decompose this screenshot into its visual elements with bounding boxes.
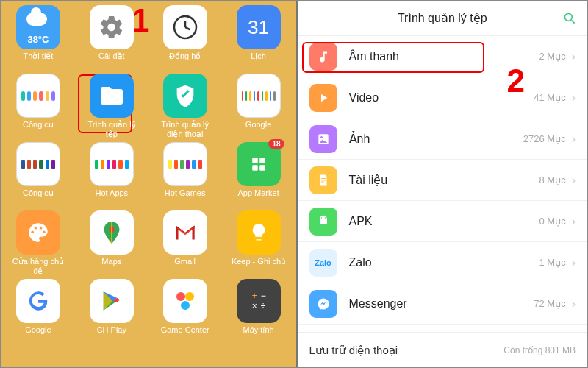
gmail-icon (163, 210, 207, 255)
app-file-manager[interactable]: Trình quản lý tệp (82, 74, 142, 139)
google-icon (16, 279, 60, 323)
app-tools-folder[interactable]: Công cụ (8, 74, 68, 139)
category-apk[interactable]: APK 0 Mục › (298, 201, 588, 242)
app-calculator[interactable]: +−×÷ Máy tính (229, 279, 289, 344)
audio-icon (309, 43, 337, 71)
app-label: Lịch (251, 52, 266, 71)
app-chplay[interactable]: CH Play (82, 279, 142, 344)
play-store-icon (90, 279, 134, 323)
app-keep[interactable]: Keep - Ghi chú (229, 210, 289, 276)
messenger-icon (309, 290, 337, 318)
calculator-icon: +−×÷ (237, 279, 281, 323)
svg-point-22 (320, 136, 323, 138)
svg-point-13 (185, 292, 194, 301)
category-name: Messenger (349, 297, 534, 311)
svg-point-10 (43, 230, 46, 233)
category-name: Âm thanh (349, 50, 539, 63)
app-label: App Market (237, 188, 279, 208)
chevron-right-icon: › (572, 215, 576, 228)
app-theme-store[interactable]: Cửa hàng chủ đề (8, 210, 68, 276)
folder-icon (163, 142, 207, 186)
svg-rect-23 (321, 178, 326, 179)
app-label: Google (25, 325, 51, 344)
keep-icon (237, 210, 281, 255)
gamecenter-icon (163, 279, 207, 323)
category-count: 2 Mục (539, 51, 566, 62)
document-icon (309, 166, 337, 194)
category-count: 8 Mục (539, 174, 566, 185)
chevron-right-icon: › (572, 132, 576, 146)
app-label: Hot Games (165, 188, 206, 208)
svg-rect-4 (259, 158, 265, 163)
app-app-market[interactable]: 18 App Market (229, 142, 289, 208)
category-list: Âm thanh 2 Mục › Video 41 Mục › Ảnh 2726… (298, 36, 588, 332)
svg-rect-24 (321, 180, 326, 180)
app-label: Hot Apps (95, 188, 128, 208)
app-label: Máy tính (243, 325, 273, 344)
category-name: Zalo (349, 256, 539, 269)
app-tools2-folder[interactable]: Công cụ (8, 142, 68, 208)
apk-icon (309, 208, 337, 236)
app-phone-manager[interactable]: Trình quản lý điện thoại (155, 74, 215, 139)
app-grid: 38°C Thời tiết Cài đặt Đồng hồ 31 Lịch (8, 5, 289, 344)
storage-title: Lưu trữ điện thoại (309, 344, 398, 357)
maps-icon (90, 210, 134, 255)
svg-point-12 (176, 292, 185, 301)
app-maps[interactable]: Maps (82, 210, 142, 276)
category-audio[interactable]: Âm thanh 2 Mục › (298, 36, 588, 77)
app-hot-games[interactable]: Hot Games (155, 142, 215, 208)
folder-icon (16, 142, 60, 186)
app-hot-apps[interactable]: Hot Apps (82, 142, 142, 208)
category-name: Tài liệu (349, 173, 539, 187)
folder-file-icon (90, 74, 134, 118)
app-calendar[interactable]: 31 Lịch (229, 5, 289, 71)
file-manager-screen: Trình quản lý tệp Âm thanh 2 Mục › Video… (298, 1, 588, 367)
app-gmail[interactable]: Gmail (155, 210, 215, 276)
clock-icon (163, 5, 207, 49)
notification-badge: 18 (268, 139, 284, 149)
app-label: Maps (101, 257, 121, 276)
app-label: Google (245, 120, 271, 139)
svg-line-2 (185, 27, 190, 29)
app-label: Trình quản lý tệp (82, 120, 142, 139)
app-game-center[interactable]: Game Center (155, 279, 215, 344)
app-weather[interactable]: 38°C Thời tiết (8, 5, 68, 71)
folder-icon (90, 142, 134, 186)
shield-icon (163, 74, 207, 118)
category-count: 72 Mục (534, 298, 565, 309)
app-label: Đồng hồ (169, 52, 201, 71)
folder-icon (16, 74, 60, 118)
app-label: Thời tiết (23, 52, 53, 71)
chevron-right-icon: › (572, 297, 576, 311)
search-icon[interactable] (562, 11, 577, 26)
chevron-right-icon: › (572, 50, 576, 63)
category-image[interactable]: Ảnh 2726 Mục › (298, 118, 588, 160)
category-name: APK (349, 215, 539, 228)
category-video[interactable]: Video 41 Mục › (298, 77, 588, 118)
storage-free: Còn trống 801 MB (503, 345, 576, 355)
header: Trình quản lý tệp (298, 1, 588, 36)
svg-point-9 (40, 227, 43, 230)
category-messenger[interactable]: Messenger 72 Mục › (298, 283, 588, 325)
category-count: 1 Mục (539, 257, 566, 268)
category-name: Ảnh (349, 132, 523, 146)
category-name: Video (349, 91, 534, 105)
app-clock[interactable]: Đồng hồ (155, 5, 215, 71)
storage-row[interactable]: Lưu trữ điện thoại Còn trống 801 MB (298, 332, 588, 367)
category-document[interactable]: Tài liệu 8 Mục › (298, 160, 588, 201)
app-label: Cửa hàng chủ đề (8, 257, 68, 276)
app-label: Công cụ (23, 188, 54, 208)
app-label: Keep - Ghi chú (232, 257, 285, 276)
app-google[interactable]: Google (8, 279, 68, 344)
app-label: Cài đặt (98, 52, 125, 71)
svg-point-14 (181, 301, 190, 310)
app-label: Gmail (174, 257, 196, 276)
app-label: Game Center (161, 325, 209, 344)
image-icon (309, 125, 337, 153)
category-zalo[interactable]: Zalo Zalo 1 Mục › (298, 242, 588, 283)
page-title: Trình quản lý tệp (398, 11, 487, 25)
app-google-folder[interactable]: Google (229, 74, 289, 139)
app-settings[interactable]: Cài đặt (82, 5, 142, 71)
app-label: Công cụ (23, 120, 54, 139)
svg-rect-25 (321, 181, 324, 182)
